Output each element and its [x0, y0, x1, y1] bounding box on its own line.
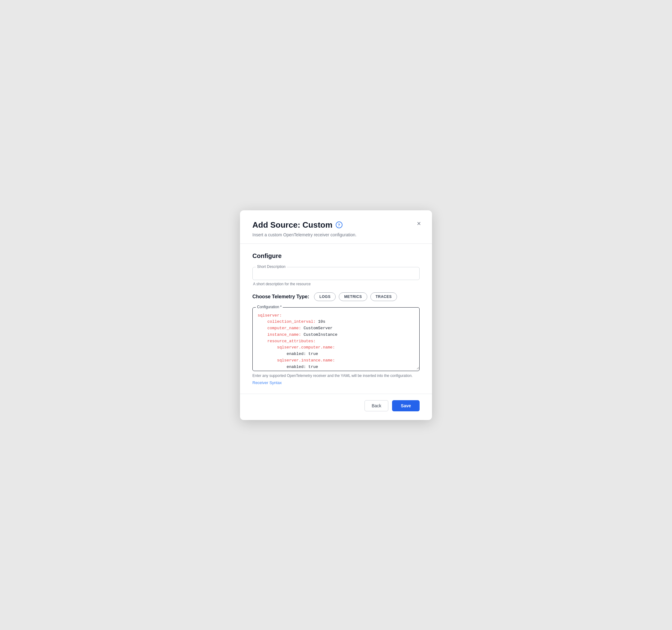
modal-footer: Back Save — [240, 394, 432, 420]
modal-overlay: Add Source: Custom ? Insert a custom Ope… — [240, 210, 432, 420]
receiver-syntax-link[interactable]: Receiver Syntax — [253, 380, 282, 385]
modal-title: Add Source: Custom — [253, 220, 333, 230]
short-description-field-wrapper: Short Description — [253, 267, 419, 280]
modal-container: Add Source: Custom ? Insert a custom Ope… — [240, 210, 432, 420]
telemetry-btn-metrics[interactable]: METRICS — [339, 293, 367, 301]
configuration-group: Configuration * sqlserver: collection_in… — [253, 307, 419, 388]
modal-header: Add Source: Custom ? Insert a custom Ope… — [240, 210, 432, 244]
back-button[interactable]: Back — [364, 400, 388, 411]
modal-subtitle: Insert a custom OpenTelemetry receiver c… — [253, 232, 419, 237]
short-description-group: Short Description A short description fo… — [253, 267, 419, 286]
section-title: Configure — [253, 252, 419, 260]
telemetry-btn-logs[interactable]: LOGS — [314, 293, 336, 301]
telemetry-btn-traces[interactable]: TRACES — [370, 293, 397, 301]
configuration-hint: Enter any supported OpenTelemetry receiv… — [253, 374, 419, 378]
config-container: sqlserver: collection_interval: 10s comp… — [253, 308, 419, 371]
short-description-input[interactable] — [257, 270, 415, 277]
telemetry-type-label: Choose Telemetry Type: — [253, 294, 309, 300]
configuration-textarea[interactable] — [253, 308, 419, 370]
title-row: Add Source: Custom ? — [253, 220, 419, 230]
modal-body: Configure Short Description A short desc… — [240, 244, 432, 394]
help-icon[interactable]: ? — [336, 221, 342, 228]
telemetry-buttons-group: LOGS METRICS TRACES — [314, 293, 397, 301]
save-button[interactable]: Save — [392, 400, 419, 411]
short-description-hint: A short description for the resource — [253, 282, 419, 286]
close-button[interactable]: × — [415, 219, 422, 228]
configuration-wrapper: Configuration * sqlserver: collection_in… — [253, 307, 419, 371]
telemetry-type-row: Choose Telemetry Type: LOGS METRICS TRAC… — [253, 293, 419, 301]
short-description-label: Short Description — [256, 264, 287, 269]
